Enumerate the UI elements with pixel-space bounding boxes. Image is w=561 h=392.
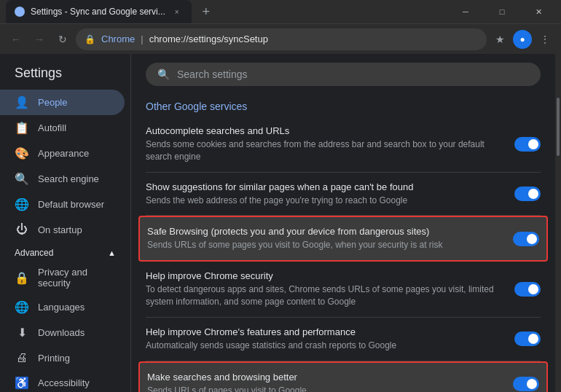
sidebar-item-default-browser[interactable]: 🌐 Default browser — [0, 192, 125, 217]
content-area: 🔍 Search settings Other Google services … — [131, 54, 555, 392]
privacy-icon: 🔒 — [15, 271, 29, 285]
setting-title-safebrowsing: Safe Browsing (protects you and your dev… — [147, 226, 501, 237]
setting-desc-chromesecurity: To detect dangerous apps and sites, Chro… — [146, 283, 503, 308]
sidebar-item-people[interactable]: 👤 People — [0, 90, 125, 115]
tab-favicon — [15, 7, 25, 17]
main-layout: Settings 👤 People 📋 Autofill 🎨 Appearanc… — [0, 54, 561, 392]
setting-desc-safebrowsing: Sends URLs of some pages you visit to Go… — [147, 239, 501, 251]
setting-info-safebrowsing: Safe Browsing (protects you and your dev… — [147, 226, 513, 251]
languages-icon: 🌐 — [15, 300, 29, 314]
sidebar-label-printing: Printing — [38, 353, 70, 364]
setting-title-autocomplete: Autocomplete searches and URLs — [146, 125, 503, 136]
sidebar-item-search-engine[interactable]: 🔍 Search engine — [0, 166, 125, 192]
tabs-container: Settings - Sync and Google servi... × + — [6, 0, 216, 23]
active-tab[interactable]: Settings - Sync and Google servi... × — [6, 0, 192, 23]
setting-row-autocomplete: Autocomplete searches and URLs Sends som… — [146, 117, 541, 173]
setting-info-suggestions: Show suggestions for similar pages when … — [146, 181, 514, 207]
maximize-button[interactable]: □ — [485, 0, 519, 23]
close-button[interactable]: ✕ — [522, 0, 555, 23]
profile-icon[interactable]: ● — [513, 30, 532, 49]
new-tab-button[interactable]: + — [196, 1, 216, 22]
toggle-thumb-suggestions — [528, 189, 538, 199]
appearance-icon: 🎨 — [15, 146, 29, 160]
search-placeholder: Search settings — [177, 68, 248, 80]
advanced-chevron: ▲ — [108, 248, 116, 257]
setting-desc-suggestions: Sends the web address of the page you're… — [146, 195, 503, 207]
people-icon: 👤 — [15, 95, 29, 109]
advanced-label: Advanced — [15, 248, 53, 258]
sidebar-label-privacy: Privacy and security — [38, 267, 110, 289]
setting-desc-performance: Automatically sends usage statistics and… — [146, 340, 503, 352]
sidebar-label-autofill: Autofill — [38, 122, 66, 133]
accessibility-icon: ♿ — [15, 376, 29, 390]
toggle-suggestions[interactable] — [514, 187, 541, 201]
address-bar-actions: ★ ● ⋮ — [490, 29, 555, 50]
toggle-chromesecurity[interactable] — [514, 282, 541, 297]
printing-icon: 🖨 — [15, 351, 29, 364]
setting-desc-makebetter: Sends URLs of pages you visit to Google — [147, 385, 501, 392]
right-scrollbar[interactable] — [555, 54, 561, 392]
default-browser-icon: 🌐 — [15, 197, 29, 211]
sidebar-label-downloads: Downloads — [38, 327, 85, 338]
setting-title-makebetter: Make searches and browsing better — [147, 372, 501, 383]
sidebar-item-accessibility[interactable]: ♿ Accessibility — [0, 370, 125, 392]
address-bar: ← → ↻ 🔒 Chrome | chrome://settings/syncS… — [0, 23, 561, 54]
toggle-thumb-chromesecurity — [528, 284, 538, 294]
sidebar-item-autofill[interactable]: 📋 Autofill — [0, 115, 125, 141]
search-bar[interactable]: 🔍 Search settings — [146, 63, 541, 86]
toggle-makebetter[interactable] — [513, 377, 539, 391]
setting-info-autocomplete: Autocomplete searches and URLs Sends som… — [146, 125, 514, 163]
sidebar-label-on-startup: On startup — [38, 224, 82, 235]
url-text: chrome://settings/syncSetup — [149, 34, 268, 44]
tab-close-button[interactable]: × — [171, 6, 183, 17]
forward-button[interactable]: → — [29, 29, 50, 50]
url-separator: | — [141, 34, 143, 44]
setting-title-suggestions: Show suggestions for similar pages when … — [146, 181, 503, 192]
setting-row-makebetter: Make searches and browsing better Sends … — [138, 361, 548, 392]
setting-row-chromesecurity: Help improve Chrome security To detect d… — [146, 262, 541, 318]
section-header: Other Google services — [146, 95, 541, 117]
setting-row-suggestions: Show suggestions for similar pages when … — [146, 173, 541, 216]
advanced-section[interactable]: Advanced ▲ — [0, 242, 130, 261]
autofill-icon: 📋 — [15, 121, 29, 135]
bookmark-icon[interactable]: ★ — [490, 29, 510, 50]
lock-icon: 🔒 — [85, 34, 95, 44]
setting-title-performance: Help improve Chrome's features and perfo… — [146, 326, 503, 337]
sidebar-item-appearance[interactable]: 🎨 Appearance — [0, 141, 125, 166]
sidebar-item-downloads[interactable]: ⬇ Downloads — [0, 320, 125, 345]
startup-icon: ⏻ — [15, 223, 29, 236]
sidebar-item-printing[interactable]: 🖨 Printing — [0, 345, 125, 370]
sidebar-label-people: People — [38, 97, 67, 108]
sidebar-label-languages: Languages — [38, 302, 85, 313]
chrome-label: Chrome — [101, 34, 135, 44]
sidebar-item-languages[interactable]: 🌐 Languages — [0, 294, 125, 320]
sidebar-label-search-engine: Search engine — [38, 173, 99, 184]
title-bar: Settings - Sync and Google servi... × + … — [0, 0, 561, 23]
sidebar-label-accessibility: Accessibility — [38, 377, 90, 388]
menu-icon[interactable]: ⋮ — [535, 29, 555, 50]
setting-row-performance: Help improve Chrome's features and perfo… — [146, 318, 541, 361]
refresh-button[interactable]: ↻ — [52, 29, 73, 50]
toggle-thumb-safebrowsing — [527, 234, 537, 244]
back-button[interactable]: ← — [6, 29, 26, 50]
toggle-performance[interactable] — [514, 332, 541, 346]
sidebar: Settings 👤 People 📋 Autofill 🎨 Appearanc… — [0, 54, 131, 392]
sidebar-label-default-browser: Default browser — [38, 199, 104, 210]
toggle-thumb-autocomplete — [528, 139, 538, 149]
setting-info-chromesecurity: Help improve Chrome security To detect d… — [146, 270, 514, 308]
url-bar[interactable]: 🔒 Chrome | chrome://settings/syncSetup — [76, 28, 487, 50]
toggle-thumb-makebetter — [527, 379, 537, 389]
setting-info-performance: Help improve Chrome's features and perfo… — [146, 326, 514, 352]
setting-desc-autocomplete: Sends some cookies and searches from the… — [146, 138, 503, 163]
scrollbar-thumb — [557, 98, 560, 156]
setting-info-makebetter: Make searches and browsing better Sends … — [147, 372, 513, 392]
settings-title: Settings — [0, 61, 130, 90]
toggle-autocomplete[interactable] — [514, 137, 541, 152]
toggle-safebrowsing[interactable] — [513, 232, 539, 246]
sidebar-item-on-startup[interactable]: ⏻ On startup — [0, 217, 125, 242]
minimize-button[interactable]: ─ — [449, 0, 482, 23]
setting-title-chromesecurity: Help improve Chrome security — [146, 270, 503, 281]
sidebar-label-appearance: Appearance — [38, 148, 89, 159]
sidebar-item-privacy[interactable]: 🔒 Privacy and security — [0, 261, 125, 294]
search-icon: 🔍 — [157, 68, 170, 80]
